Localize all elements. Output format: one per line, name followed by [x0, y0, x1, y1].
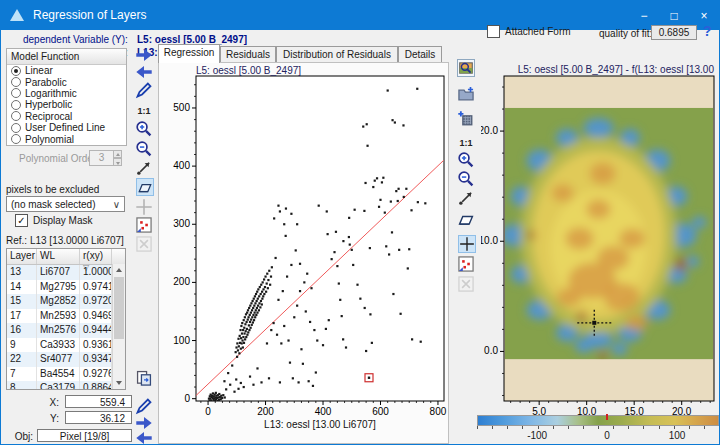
move-left-button[interactable] — [135, 63, 153, 81]
colorbar-tick — [613, 426, 614, 429]
column-wl[interactable]: WL — [37, 249, 80, 264]
window-title: Regression of Layers — [33, 8, 146, 22]
table-header[interactable]: Layer WL r(xy) ▽ — [7, 249, 125, 265]
colorbar-tick — [477, 426, 478, 429]
table-cell: Mg2852 — [37, 294, 80, 309]
add-layer-button[interactable] — [457, 110, 475, 128]
colorbar-tick — [659, 426, 660, 429]
attached-form-checkbox[interactable] — [487, 25, 500, 38]
zoom-in-button[interactable] — [135, 120, 153, 138]
table-row[interactable]: 8Ca31790.8864 — [7, 381, 125, 390]
tab-distribution-of-residuals[interactable]: Distribution of Residuals — [276, 46, 398, 63]
tab-residuals[interactable]: Residuals — [220, 46, 276, 63]
layers-plus-icon — [457, 110, 475, 128]
panel-icon — [137, 179, 153, 195]
object-label: Obj: — [3, 431, 33, 442]
scale-view-button[interactable] — [135, 159, 153, 177]
radio-linear[interactable]: Linear — [7, 65, 126, 76]
table-cell: 0.9741 — [80, 280, 112, 295]
image-one-to-one-button[interactable]: 1:1 — [457, 134, 475, 152]
colorbar-tick — [628, 426, 629, 429]
panel-view-button[interactable] — [136, 178, 154, 196]
table-cell: Mn2576 — [37, 323, 80, 338]
image-crosshair-button[interactable] — [458, 235, 476, 253]
table-cell: Ba4554 — [37, 367, 80, 382]
image-mask-button[interactable] — [457, 255, 475, 273]
table-row[interactable]: 22Sr40770.9347 — [7, 352, 125, 367]
spin-up-icon[interactable] — [113, 150, 122, 158]
tab-details[interactable]: Details — [398, 46, 442, 63]
colorbar-tick-label: 100 — [669, 430, 686, 441]
one-to-one-icon: 1:1 — [137, 106, 150, 116]
x-axis-label: L13: oessl [13.00 Li6707] — [264, 419, 376, 430]
pick-coordinate-button[interactable] — [135, 397, 153, 415]
zoom-in-icon — [135, 120, 153, 138]
column-layer[interactable]: Layer — [7, 249, 37, 264]
scrollbar-thumb[interactable] — [114, 277, 124, 339]
scroll-down-icon[interactable] — [113, 377, 125, 389]
scatter-plot[interactable]: 02004006008000100200300400500L13: oessl … — [158, 63, 449, 444]
zoom-out-button[interactable] — [135, 140, 153, 158]
titlebar[interactable]: Regression of Layers − □ × — [1, 1, 719, 30]
radio-user-defined-line[interactable]: User Defined Line — [7, 122, 126, 133]
crosshair-button[interactable] — [135, 198, 153, 216]
tab-regression[interactable]: Regression — [158, 44, 220, 63]
table-cell: 13 — [7, 265, 37, 280]
quality-of-fit-label: quality of fit: — [599, 28, 652, 39]
image-zoom-out-button[interactable] — [457, 170, 475, 188]
copy-values-button[interactable] — [135, 369, 153, 387]
preview-image-button[interactable] — [457, 59, 475, 77]
radio-polynomial[interactable]: Polynomial — [7, 133, 126, 144]
table-row[interactable]: 15Mg28520.9720 — [7, 294, 125, 309]
help-icon[interactable]: ? — [703, 23, 712, 39]
table-cell: 7 — [7, 367, 37, 382]
zoom-one-to-one-button[interactable]: 1:1 — [135, 102, 153, 120]
model-function-header: Model Function — [7, 49, 126, 65]
radio-logarithmic[interactable]: Logarithmic — [7, 88, 126, 99]
radio-reciprocal[interactable]: Reciprocal — [7, 111, 126, 122]
radio-hyperbolic[interactable]: Hyperbolic — [7, 99, 126, 110]
image-zoom-in-button[interactable] — [457, 151, 475, 169]
result-image[interactable]: 5.010.015.020.00.010.020.0 — [481, 63, 720, 444]
crosshair-icon — [459, 236, 475, 252]
radio-icon — [11, 111, 21, 121]
polynomial-order-stepper — [113, 150, 122, 166]
mask-button[interactable] — [135, 216, 153, 234]
y-coordinate-field[interactable]: 36.12 — [65, 411, 132, 424]
dropper-icon — [135, 397, 153, 415]
svg-text:100: 100 — [173, 335, 190, 346]
radio-parabolic[interactable]: Parabolic — [7, 76, 126, 87]
x-coordinate-field[interactable]: 559.4 — [65, 395, 132, 408]
table-row[interactable]: 13Li67071.0000 — [7, 265, 125, 280]
table-cell: 0.9720 — [80, 294, 112, 309]
object-field[interactable]: Pixel [19/8] — [37, 429, 132, 442]
polynomial-order-value: 3 — [89, 150, 114, 166]
spin-down-icon[interactable] — [113, 158, 122, 166]
color-scale-bar[interactable] — [477, 415, 719, 426]
clear-button[interactable] — [135, 235, 153, 253]
diagonal-arrow-icon — [135, 159, 153, 177]
y-coordinate-label: Y: — [29, 413, 59, 424]
coords-left-button[interactable] — [135, 429, 153, 445]
table-row[interactable]: 17Mn25930.9469 — [7, 309, 125, 324]
mask-dropdown[interactable]: (no mask selected) ∨ — [6, 196, 125, 212]
image-scale-button[interactable] — [457, 189, 475, 207]
column-rxy[interactable]: r(xy) ▽ — [80, 249, 112, 264]
colorbar-tick — [674, 426, 675, 429]
correlation-table[interactable]: Layer WL r(xy) ▽ 13Li67071.000014Mg27950… — [6, 248, 126, 390]
image-panel-button[interactable] — [457, 210, 475, 228]
image-clear-button[interactable] — [457, 275, 475, 293]
pick-value-button[interactable] — [135, 81, 153, 99]
table-row[interactable]: 7Ba45540.9276 — [7, 367, 125, 382]
table-scrollbar[interactable] — [112, 264, 125, 389]
table-row[interactable]: 9Ca39330.9361 — [7, 338, 125, 353]
move-right-button[interactable] — [135, 46, 153, 64]
table-row[interactable]: 16Mn25760.9444 — [7, 323, 125, 338]
table-cell: Mn2593 — [37, 309, 80, 324]
scroll-up-icon[interactable] — [113, 264, 125, 276]
display-mask-checkbox[interactable]: ✓ — [15, 214, 28, 227]
load-mask-button[interactable] — [457, 85, 475, 103]
table-row[interactable]: 14Mg27950.9741 — [7, 280, 125, 295]
regression-of-layers-window: Regression of Layers − □ × dependent Var… — [0, 0, 720, 445]
table-cell: 17 — [7, 309, 37, 324]
